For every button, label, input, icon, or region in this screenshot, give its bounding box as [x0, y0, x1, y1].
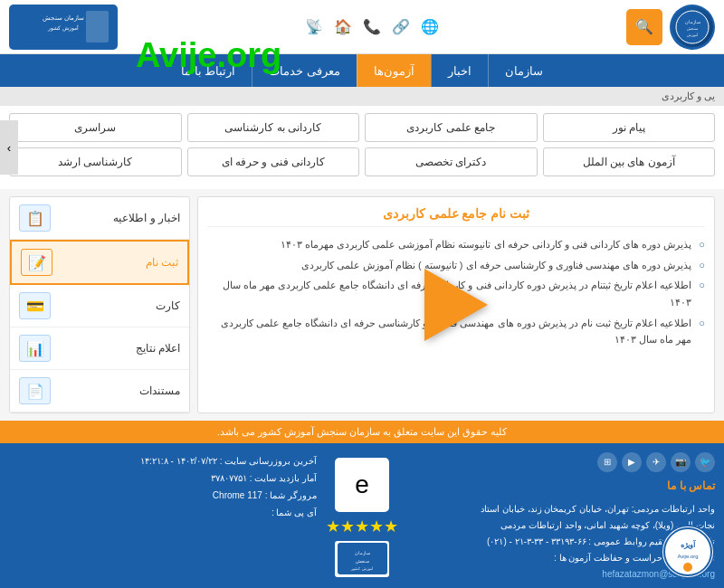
- cat-doktora[interactable]: دکترای تخصصی: [365, 147, 538, 176]
- globe-icon[interactable]: 🌐: [421, 18, 439, 35]
- svg-text:سازمان سنجش: سازمان سنجش: [43, 14, 84, 22]
- svg-text:آموزش: آموزش: [687, 33, 699, 37]
- category-row1: پیام نور جامع علمی کاربردی کاردانی به کا…: [9, 113, 715, 142]
- windows-icon[interactable]: ⊞: [597, 452, 617, 472]
- registration-panel: ثبت نام جامع علمی کاربردی پذیرش دوره های…: [197, 196, 715, 413]
- svg-text:آموزش کشور: آموزش کشور: [47, 24, 79, 32]
- cat-fanni-harfa[interactable]: کاردانی فنی و حرفه ای: [187, 147, 360, 176]
- svg-text:سازمان: سازمان: [354, 550, 369, 556]
- home-icon[interactable]: 🏠: [334, 18, 352, 35]
- stat-visits: آمار بازدید سایت : ۳۷۸۰۷۷۵۱: [9, 469, 317, 487]
- header-logo-right: سازمان سنجش آموزش 🔍: [626, 5, 715, 50]
- contact-title: تماس با ما: [407, 477, 715, 497]
- results-icon: 📊: [19, 335, 51, 362]
- big-arrow: [424, 269, 488, 341]
- category-row2: آزمون های بین الملل دکترای تخصصی کاردانی…: [9, 147, 715, 176]
- footer-notice-bar: کلیه حقوق این سایت متعلق به سازمان سنجش …: [0, 421, 724, 443]
- register-icon: 📝: [21, 249, 52, 276]
- logo-inner: سازمان سنجش آموزش: [672, 6, 713, 47]
- news-item-1: پذیرش دوره های کاردانی فنی و کاردانی حرف…: [207, 236, 705, 253]
- avije-bottom-logo: آویژه Avije.org: [661, 525, 715, 579]
- contact-line-1: واحد ارتباطات مردمی: تهران، خیابان کریمخ…: [407, 501, 715, 517]
- cat-kardani-karshenasi[interactable]: کاردانی به کارشناسی: [187, 113, 360, 142]
- header: سازمان سنجش آموزش 🔍 🌐 🔗 📞 🏠 📡 سازمان سنج…: [0, 0, 724, 54]
- header-icons: 🌐 🔗 📞 🏠 📡: [305, 18, 439, 35]
- breadcrumb: یی و کاربردی: [0, 87, 724, 106]
- svg-text:Avije.org: Avije.org: [677, 554, 698, 559]
- cat-jame-elmi[interactable]: جامع علمی کاربردی: [365, 113, 538, 142]
- star-rating: ★★★★★: [326, 517, 398, 536]
- footer-main: 🐦 📷 ✈ ▶ ⊞ تماس با ما واحد ارتباطات مردمی…: [0, 443, 724, 588]
- sidebar-news-label: اخبار و اطلاعیه: [113, 212, 180, 224]
- main-content: ثبت نام جامع علمی کاربردی پذیرش دوره های…: [0, 189, 724, 421]
- sidebar-docs-label: مستندات: [139, 384, 180, 397]
- cat-sarasari[interactable]: سراسری: [9, 113, 182, 142]
- stat-ip: آی پی شما :: [9, 504, 317, 521]
- main-logo: سازمان سنجش آموزش: [670, 5, 715, 50]
- nav-akhbar[interactable]: اخبار: [431, 54, 488, 87]
- arrow-shape: [424, 269, 488, 341]
- social-icons: 🐦 📷 ✈ ▶ ⊞: [407, 452, 715, 472]
- stat-browser: مرورگر شما : Chrome 117: [9, 487, 317, 504]
- sidebar-item-results[interactable]: اعلام نتایج 📊: [10, 327, 189, 370]
- organization-logo: سازمان سنجش آموزش کشور: [9, 5, 118, 50]
- search-button[interactable]: 🔍: [626, 9, 662, 45]
- svg-text:سازمان: سازمان: [685, 19, 700, 25]
- svg-text:سنجش: سنجش: [687, 26, 699, 31]
- aparat-icon[interactable]: ▶: [622, 452, 642, 472]
- share-icon[interactable]: 🔗: [392, 18, 410, 35]
- nav-sazman[interactable]: سازمان: [488, 54, 559, 87]
- sidebar-item-card[interactable]: کارت 💳: [10, 285, 189, 327]
- twitter-icon[interactable]: 🐦: [695, 452, 715, 472]
- card-icon: 💳: [19, 292, 51, 319]
- org-logo-footer: سازمان سنجش آموزش کشور: [335, 541, 389, 577]
- footer-center: e ★★★★★ سازمان سنجش آموزش کشور: [326, 452, 398, 583]
- news-icon: 📋: [19, 204, 51, 232]
- footer-stats: آخرین بروزرسانی سایت : ۱۴۰۲/۰۷/۲۲ - ۱۴:۲…: [9, 452, 317, 583]
- avije-watermark: Avije.org: [136, 36, 281, 75]
- category-grid-container: پیام نور جامع علمی کاربردی کاردانی به کا…: [0, 106, 724, 189]
- category-section: پیام نور جامع علمی کاربردی کاردانی به کا…: [0, 106, 724, 189]
- cat-payam-noor[interactable]: پیام نور: [543, 113, 716, 142]
- right-sidebar: اخبار و اطلاعیه 📋 ثبت نام 📝 کارت 💳 اعلام…: [9, 196, 190, 413]
- stat-update-date: آخرین بروزرسانی سایت : ۱۴۰۲/۰۷/۲۲ - ۱۴:۲…: [9, 452, 317, 469]
- rss-icon[interactable]: 📡: [305, 18, 323, 35]
- sidebar-results-label: اعلام نتایج: [136, 342, 180, 355]
- docs-icon: 📄: [19, 377, 51, 404]
- main-nav: سازمان اخبار آزمون‌ها معرفی خدمات ارتباط…: [0, 54, 724, 87]
- phone-icon[interactable]: 📞: [363, 18, 381, 35]
- registration-title: ثبت نام جامع علمی کاربردی: [207, 206, 705, 227]
- telegram-icon[interactable]: ✈: [646, 452, 666, 472]
- scroll-right-arrow[interactable]: ›: [0, 120, 18, 175]
- sidebar-register-label: ثبت نام: [146, 256, 178, 269]
- breadcrumb-text: یی و کاربردی: [662, 90, 715, 102]
- nav-azmoon[interactable]: آزمون‌ها: [357, 54, 431, 87]
- sidebar-card-label: کارت: [156, 299, 180, 312]
- sidebar-item-register[interactable]: ثبت نام 📝: [10, 240, 189, 285]
- instagram-icon[interactable]: 📷: [671, 452, 691, 472]
- svg-text:آموزش کشور: آموزش کشور: [350, 566, 373, 571]
- svg-text:آویژه: آویژه: [681, 539, 696, 549]
- enamad-badge[interactable]: e: [335, 458, 389, 512]
- svg-rect-7: [86, 11, 109, 43]
- footer-notice-text: کلیه حقوق این سایت متعلق به سازمان سنجش …: [9, 426, 715, 438]
- cat-bayn-almilal[interactable]: آزمون های بین الملل: [543, 147, 716, 176]
- sidebar-item-documents[interactable]: مستندات 📄: [10, 370, 189, 413]
- cat-karshenasi-arshad[interactable]: کارشناسی ارشد: [9, 147, 182, 176]
- svg-point-15: [683, 563, 692, 572]
- sidebar-item-news[interactable]: اخبار و اطلاعیه 📋: [10, 197, 189, 240]
